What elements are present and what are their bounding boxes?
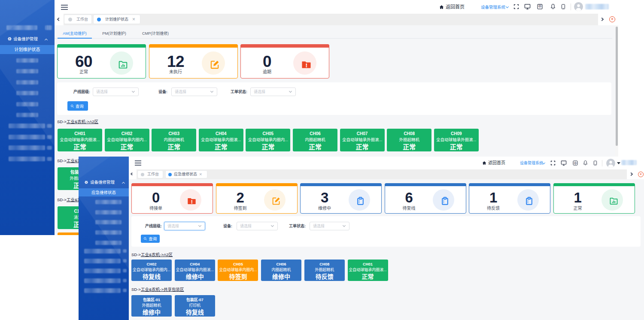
svg-text:中: 中 (538, 4, 542, 9)
svg-text:中: 中 (574, 161, 577, 165)
